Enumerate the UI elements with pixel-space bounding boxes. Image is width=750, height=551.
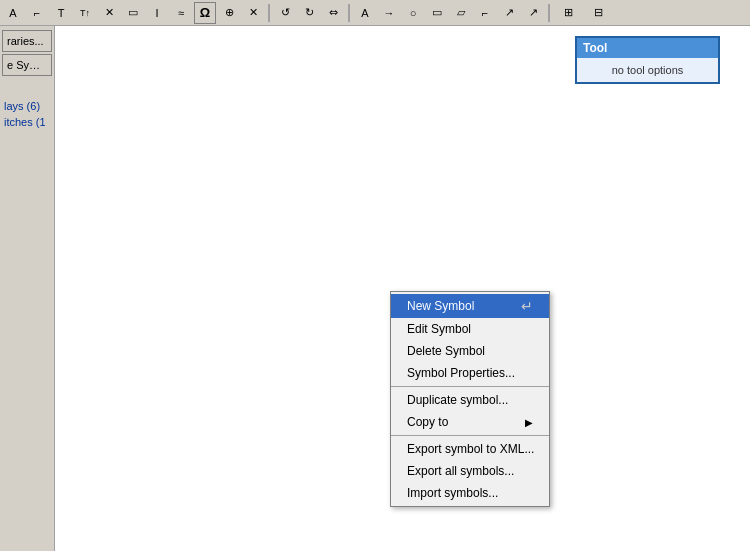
toolbar-btn-rect2[interactable]: ▭ xyxy=(426,2,448,24)
context-menu-sep-2 xyxy=(391,435,549,436)
left-panel: raries... e Symbol lays (6) itches (1 xyxy=(0,26,55,551)
toolbar-btn-omega[interactable]: Ω xyxy=(194,2,216,24)
toolbar-btn-redo[interactable]: ↻ xyxy=(298,2,320,24)
context-menu-edit-symbol[interactable]: Edit Symbol xyxy=(391,318,549,340)
toolbar-sep-3 xyxy=(548,4,550,22)
toolbar-btn-arrow[interactable]: → xyxy=(378,2,400,24)
context-menu-new-symbol[interactable]: New Symbol ↵ xyxy=(391,294,549,318)
content-area: Tool no tool options New Symbol ↵ Edit S… xyxy=(55,26,750,551)
toolbar-btn-img2[interactable]: ⊟ xyxy=(584,2,612,24)
context-menu-export-all-label: Export all symbols... xyxy=(407,464,514,478)
context-menu-copy-to[interactable]: Copy to ▶ xyxy=(391,411,549,433)
context-menu-import-symbols-label: Import symbols... xyxy=(407,486,498,500)
tool-panel-header: Tool xyxy=(577,38,718,58)
toolbar-btn-rect[interactable]: ▭ xyxy=(122,2,144,24)
toolbar-btn-4[interactable]: T↑ xyxy=(74,2,96,24)
toolbar-btn-diag1[interactable]: ↗ xyxy=(498,2,520,24)
toolbar-btn-insert[interactable]: I xyxy=(146,2,168,24)
toolbar-btn-wave[interactable]: ≈ xyxy=(170,2,192,24)
context-menu-duplicate-symbol-label: Duplicate symbol... xyxy=(407,393,508,407)
toolbar-btn-para[interactable]: ▱ xyxy=(450,2,472,24)
context-menu-new-symbol-label: New Symbol xyxy=(407,299,474,313)
toolbar-btn-diag2[interactable]: ↗ xyxy=(522,2,544,24)
toolbar-btn-img1[interactable]: ⊞ xyxy=(554,2,582,24)
toolbar-btn-corner[interactable]: ⌐ xyxy=(474,2,496,24)
toolbar-btn-a2[interactable]: A xyxy=(354,2,376,24)
context-menu-export-xml-label: Export symbol to XML... xyxy=(407,442,534,456)
toolbar-sep-1 xyxy=(268,4,270,22)
libraries-button[interactable]: raries... xyxy=(2,30,52,52)
toolbar-btn-swap[interactable]: ⇔ xyxy=(322,2,344,24)
toolbar-btn-1[interactable]: A xyxy=(2,2,24,24)
toolbar-btn-plus[interactable]: ⊕ xyxy=(218,2,240,24)
tool-panel: Tool no tool options xyxy=(575,36,720,84)
toolbar: A ⌐ T T↑ ✕ ▭ I ≈ Ω ⊕ ✕ ↺ ↻ ⇔ A → ○ ▭ ▱ ⌐… xyxy=(0,0,750,26)
tree-item-relays[interactable]: lays (6) xyxy=(0,98,44,114)
context-menu-sep-1 xyxy=(391,386,549,387)
context-menu-export-all[interactable]: Export all symbols... xyxy=(391,460,549,482)
cursor-icon: ↵ xyxy=(521,298,533,314)
toolbar-btn-2[interactable]: ⌐ xyxy=(26,2,48,24)
main-layout: raries... e Symbol lays (6) itches (1 To… xyxy=(0,26,750,551)
tool-panel-body: no tool options xyxy=(577,58,718,82)
context-menu: New Symbol ↵ Edit Symbol Delete Symbol S… xyxy=(390,291,550,507)
symbol-button[interactable]: e Symbol xyxy=(2,54,52,76)
context-menu-edit-symbol-label: Edit Symbol xyxy=(407,322,471,336)
context-menu-import-symbols[interactable]: Import symbols... xyxy=(391,482,549,504)
toolbar-sep-2 xyxy=(348,4,350,22)
tree-item-switches[interactable]: itches (1 xyxy=(0,114,50,130)
submenu-arrow-icon: ▶ xyxy=(525,417,533,428)
context-menu-delete-symbol-label: Delete Symbol xyxy=(407,344,485,358)
context-menu-export-xml[interactable]: Export symbol to XML... xyxy=(391,438,549,460)
context-menu-copy-to-label: Copy to xyxy=(407,415,448,429)
context-menu-duplicate-symbol[interactable]: Duplicate symbol... xyxy=(391,389,549,411)
context-menu-symbol-properties-label: Symbol Properties... xyxy=(407,366,515,380)
toolbar-btn-3[interactable]: T xyxy=(50,2,72,24)
context-menu-delete-symbol[interactable]: Delete Symbol xyxy=(391,340,549,362)
toolbar-btn-x2[interactable]: ✕ xyxy=(242,2,264,24)
toolbar-btn-undo[interactable]: ↺ xyxy=(274,2,296,24)
toolbar-btn-circle[interactable]: ○ xyxy=(402,2,424,24)
context-menu-symbol-properties[interactable]: Symbol Properties... xyxy=(391,362,549,384)
toolbar-btn-close[interactable]: ✕ xyxy=(98,2,120,24)
